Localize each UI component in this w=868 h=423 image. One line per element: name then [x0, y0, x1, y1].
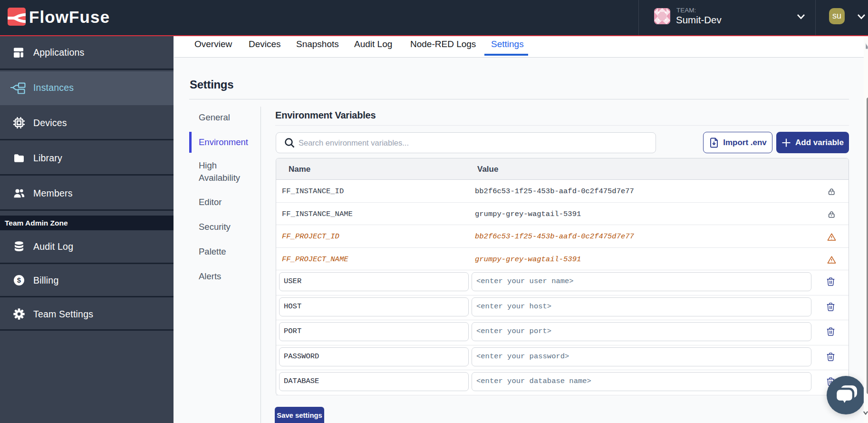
svg-text:$: $ — [17, 276, 21, 284]
